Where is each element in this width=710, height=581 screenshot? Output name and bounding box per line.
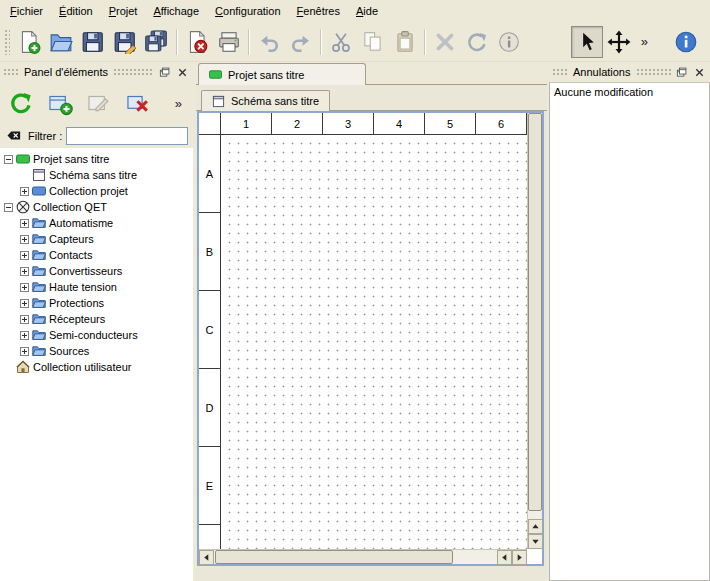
horizontal-scrollbar-track[interactable] xyxy=(214,550,497,564)
clear-filter-button[interactable] xyxy=(5,128,24,144)
expander-plus-icon[interactable] xyxy=(20,251,29,260)
about-button[interactable] xyxy=(670,26,702,58)
menu-fenetres[interactable]: Fenêtres xyxy=(289,1,348,21)
pan-tool-button[interactable] xyxy=(603,26,635,58)
save-icon xyxy=(81,30,105,54)
undo-panel-title: Annulations xyxy=(571,66,633,78)
vertical-scrollbar-thumb[interactable] xyxy=(528,113,542,511)
select-tool-button[interactable] xyxy=(571,26,603,58)
rotate-button[interactable] xyxy=(461,26,493,58)
diagram-info-button[interactable] xyxy=(493,26,525,58)
float-panel-button[interactable] xyxy=(157,65,172,80)
expander-plus-icon[interactable] xyxy=(20,267,29,276)
schema-icon xyxy=(212,95,225,108)
tree-item-sources[interactable]: Sources xyxy=(0,343,193,359)
elements-toolbar: » xyxy=(0,82,193,124)
filter-input[interactable] xyxy=(66,127,188,145)
undo-empty-text: Aucune modification xyxy=(550,83,709,101)
close-file-icon xyxy=(185,30,209,54)
delete-button[interactable] xyxy=(429,26,461,58)
tree-item-haute-tension[interactable]: Haute tension xyxy=(0,279,193,295)
tree-item-schema-sans-titre[interactable]: Schéma sans titre xyxy=(0,167,193,183)
save-all-button[interactable] xyxy=(141,26,173,58)
open-project-icon xyxy=(49,30,73,54)
expander-plus-icon[interactable] xyxy=(20,283,29,292)
scroll-right-button[interactable] xyxy=(512,550,527,565)
float-panel-button[interactable] xyxy=(674,65,689,80)
close-panel-button[interactable] xyxy=(175,65,190,80)
redo-button[interactable] xyxy=(285,26,317,58)
close-file-button[interactable] xyxy=(181,26,213,58)
element-delete-button[interactable] xyxy=(122,87,154,119)
open-project-button[interactable] xyxy=(45,26,77,58)
menu-projet[interactable]: Projet xyxy=(101,1,146,21)
menu-configuration[interactable]: Configuration xyxy=(207,1,288,21)
arrow-down-icon xyxy=(531,537,540,546)
copy-button[interactable] xyxy=(357,26,389,58)
expander-minus-icon[interactable] xyxy=(4,203,13,212)
file-toolbar-group xyxy=(13,26,525,58)
expander-minus-icon[interactable] xyxy=(4,155,13,164)
reload-button[interactable] xyxy=(5,87,37,119)
expander-plus-icon[interactable] xyxy=(20,235,29,244)
undo-icon xyxy=(257,30,281,54)
tree-item-protections[interactable]: Protections xyxy=(0,295,193,311)
horizontal-scrollbar-thumb[interactable] xyxy=(215,550,453,564)
scroll-left-button[interactable] xyxy=(497,550,512,565)
scroll-down-button[interactable] xyxy=(528,534,543,549)
save-as-button[interactable] xyxy=(109,26,141,58)
menu-aide[interactable]: Aide xyxy=(348,1,386,21)
elements-overflow-button[interactable]: » xyxy=(169,96,188,111)
tree-item-capteurs[interactable]: Capteurs xyxy=(0,231,193,247)
expander-plus-icon[interactable] xyxy=(20,187,29,196)
folder-icon xyxy=(32,328,46,342)
horizontal-scrollbar[interactable] xyxy=(199,549,527,564)
expander-plus-icon[interactable] xyxy=(20,331,29,340)
folder-icon xyxy=(32,248,46,262)
print-button[interactable] xyxy=(213,26,245,58)
undo-panel-titlebar[interactable]: Annulations xyxy=(549,62,710,82)
diagram-view: 123456 ABCDE xyxy=(197,111,544,566)
diagram-corner xyxy=(199,113,221,135)
tab-schema[interactable]: Schéma sans titre xyxy=(201,90,330,111)
menu-bar: FichierÉditionProjetAffichageConfigurati… xyxy=(0,0,710,22)
menu-affichage[interactable]: Affichage xyxy=(145,1,207,21)
menu-fichier[interactable]: Fichier xyxy=(2,1,51,21)
arrow-up-icon xyxy=(531,522,540,531)
expander-plus-icon[interactable] xyxy=(20,299,29,308)
elements-panel-titlebar[interactable]: Panel d'éléments xyxy=(0,62,193,82)
scroll-up-button[interactable] xyxy=(528,519,543,534)
toolbar-overflow-button[interactable]: » xyxy=(635,34,654,49)
tree-item-collection-utilisateur[interactable]: Collection utilisateur xyxy=(0,359,193,375)
tree-item-projet-sans-titre[interactable]: Projet sans titre xyxy=(0,151,193,167)
schema-icon xyxy=(32,168,46,182)
toolbar-handle[interactable] xyxy=(4,29,10,55)
vertical-scrollbar[interactable] xyxy=(527,113,542,549)
save-all-icon xyxy=(145,30,169,54)
expander-plus-icon[interactable] xyxy=(20,219,29,228)
expander-plus-icon[interactable] xyxy=(20,347,29,356)
new-document-button[interactable] xyxy=(13,26,45,58)
expander-plus-icon[interactable] xyxy=(20,315,29,324)
tree-item-recepteurs[interactable]: Récepteurs xyxy=(0,311,193,327)
tree-item-automatisme[interactable]: Automatisme xyxy=(0,215,193,231)
close-panel-button[interactable] xyxy=(692,65,707,80)
save-button[interactable] xyxy=(77,26,109,58)
cut-button[interactable] xyxy=(325,26,357,58)
home-icon xyxy=(16,360,30,374)
element-new-button[interactable] xyxy=(44,87,76,119)
paste-button[interactable] xyxy=(389,26,421,58)
tree-item-semi-conducteurs[interactable]: Semi-conducteurs xyxy=(0,327,193,343)
tree-item-convertisseurs[interactable]: Convertisseurs xyxy=(0,263,193,279)
undo-button[interactable] xyxy=(253,26,285,58)
tree-item-collection-projet[interactable]: Collection projet xyxy=(0,183,193,199)
scroll-left-button[interactable] xyxy=(199,550,214,565)
tree-item-collection-qet[interactable]: Collection QET xyxy=(0,199,193,215)
diagram-grid[interactable] xyxy=(222,136,527,549)
element-edit-button[interactable] xyxy=(83,87,115,119)
project-area: Schéma sans titre 123456 ABCDE xyxy=(196,85,547,581)
tree-item-contacts[interactable]: Contacts xyxy=(0,247,193,263)
tree-item-label: Projet sans titre xyxy=(33,153,109,165)
menu-edition[interactable]: Édition xyxy=(51,1,101,21)
tab-project[interactable]: Projet sans titre xyxy=(198,63,366,85)
